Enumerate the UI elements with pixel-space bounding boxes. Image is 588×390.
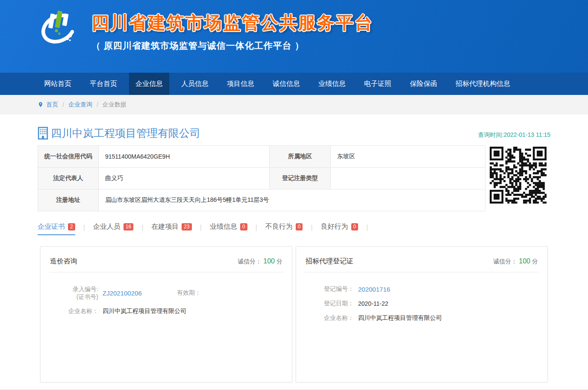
nav-item-bidding-agency-info[interactable]: 招标代理机构信息 (449, 73, 517, 95)
nav-item-personnel-info[interactable]: 人员信息 (175, 73, 215, 95)
site-title: 四川省建筑市场监管公共服务平台 (91, 11, 373, 35)
nav-item-enterprise-info[interactable]: 企业信息 (129, 73, 169, 95)
nav-item-site-home[interactable]: 网站首页 (38, 73, 78, 95)
tab-count-badge: 16 (123, 223, 133, 230)
credit-score-unit: 分 (532, 258, 538, 265)
record-number-label: 录入编号: (证书号) (49, 285, 98, 301)
record-number-link[interactable]: ZJ202100206 (103, 290, 167, 297)
credit-score-value[interactable]: 100 (263, 257, 275, 265)
certificate-cards: 造价咨询 诚信分：100分 录入编号: (证书号) ZJ202100206 有效… (38, 246, 550, 382)
tab-label: 业绩信息 (210, 222, 237, 231)
card-cost-consulting: 造价咨询 诚信分：100分 录入编号: (证书号) ZJ202100206 有效… (40, 246, 292, 382)
breadcrumb-company-search[interactable]: 企业查询 (68, 101, 92, 109)
tab-count-badge: 23 (182, 223, 191, 230)
site-logo-icon (38, 5, 82, 48)
company-name-label: 企业名称： (49, 307, 98, 315)
nav-item-e-certificate[interactable]: 电子证照 (358, 73, 398, 95)
credit-score-label: 诚信分： (493, 258, 517, 265)
label-region: 所属地区 (270, 146, 331, 168)
registration-date-label: 登记日期： (305, 300, 354, 307)
tab-separator: | (366, 224, 368, 234)
nav-item-credit-info[interactable]: 诚信信息 (266, 73, 306, 95)
tab-enterprise-personnel[interactable]: 企业人员 16 (93, 222, 133, 235)
nav-item-platform-home[interactable]: 平台首页 (83, 73, 123, 95)
breadcrumb-bar: 首页 / 企业查询 / 企业数据 (0, 95, 588, 114)
value-registered-address: 眉山市东坡区眉州大道东三段天天向上186号5幢1单元11层3号 (99, 189, 485, 211)
tab-count-badge: 0 (296, 223, 303, 230)
card-title: 造价咨询 (50, 257, 77, 266)
tab-separator: | (256, 224, 257, 234)
main-content: 四川中岚工程项目管理有限公司 查询时间:2022-01-13 11:15 统一社… (38, 126, 550, 382)
credit-score-unit: 分 (276, 258, 282, 265)
company-title-row: 四川中岚工程项目管理有限公司 (38, 126, 200, 140)
tab-separator: | (311, 224, 312, 234)
tab-separator: | (141, 224, 143, 234)
table-row: 统一社会信用代码 91511400MA6420GE9H 所属地区 东坡区 (38, 146, 485, 168)
company-name-value: 四川中岚工程项目管理有限公司 (103, 307, 186, 315)
site-subtitle: （ 原四川省建筑市场监管与诚信一体化工作平台 ） (91, 40, 373, 52)
tab-count-badge: 0 (240, 223, 247, 230)
label-registration-type: 登记注册类型 (270, 168, 331, 189)
registration-number-link[interactable]: 202001716 (358, 286, 390, 293)
tab-good-behavior[interactable]: 良好行为 0 (321, 222, 359, 235)
tab-label: 企业证书 (38, 222, 65, 231)
breadcrumb-separator: / (62, 101, 64, 108)
tab-separator: | (200, 224, 202, 234)
building-icon (38, 127, 49, 140)
company-name-value: 四川中岚工程项目管理有限公司 (358, 314, 442, 322)
tab-count-badge: 0 (351, 223, 359, 230)
nav-item-insurance-guarantee[interactable]: 保险保函 (403, 73, 444, 95)
tab-count-badge: 2 (68, 223, 75, 230)
value-credit-code: 91511400MA6420GE9H (99, 146, 270, 168)
card-bidding-agency-registration: 招标代理登记证 诚信分：100分 登记编号： 202001716 登记日期： 2… (296, 246, 548, 382)
value-legal-representative: 曲义巧 (99, 168, 270, 189)
credit-score: 诚信分：100分 (238, 257, 282, 266)
company-info-section: 统一社会信用代码 91511400MA6420GE9H 所属地区 东坡区 法定代… (38, 145, 550, 211)
label-registered-address: 注册地址 (38, 189, 99, 211)
breadcrumb-separator: / (97, 101, 98, 108)
company-info-table: 统一社会信用代码 91511400MA6420GE9H 所属地区 东坡区 法定代… (38, 145, 485, 211)
breadcrumb: 首页 / 企业查询 / 企业数据 (38, 95, 550, 114)
label-credit-code: 统一社会信用代码 (38, 146, 99, 168)
tab-label: 企业人员 (93, 222, 121, 231)
tab-label: 在建项目 (151, 222, 179, 231)
tab-bad-behavior[interactable]: 不良行为 0 (265, 222, 303, 235)
qr-code (490, 147, 547, 205)
label-legal-representative: 法定代表人 (38, 168, 99, 189)
nav-item-performance-info[interactable]: 业绩信息 (312, 73, 352, 95)
company-tabs: 企业证书 2 | 企业人员 16 | 在建项目 23 | 业绩信息 0 | 不良… (38, 222, 550, 235)
tab-projects-under-construction[interactable]: 在建项目 23 (151, 222, 191, 235)
company-name: 四川中岚工程项目管理有限公司 (51, 126, 200, 140)
tab-label: 不良行为 (265, 222, 293, 231)
tab-separator: | (83, 224, 85, 234)
registration-number-label: 登记编号： (305, 285, 354, 293)
site-header: 四川省建筑市场监管公共服务平台 （ 原四川省建筑市场监管与诚信一体化工作平台 ） (0, 0, 588, 73)
credit-score: 诚信分：100分 (493, 257, 538, 266)
value-registration-type (331, 168, 485, 189)
tab-performance-info[interactable]: 业绩信息 0 (210, 222, 247, 235)
tab-label: 良好行为 (321, 222, 348, 231)
card-title: 招标代理登记证 (306, 257, 353, 266)
breadcrumb-home[interactable]: 首页 (46, 101, 58, 109)
main-nav: 网站首页 平台首页 企业信息 人员信息 项目信息 诚信信息 业绩信息 电子证照 … (0, 73, 588, 95)
company-name-label: 企业名称： (305, 314, 354, 322)
table-row: 法定代表人 曲义巧 登记注册类型 (38, 168, 485, 189)
tab-enterprise-certificates[interactable]: 企业证书 2 (38, 222, 75, 235)
breadcrumb-current: 企业数据 (103, 101, 126, 109)
value-region: 东坡区 (331, 146, 485, 168)
credit-score-value[interactable]: 100 (519, 257, 530, 265)
validity-label: 有效期： (167, 289, 201, 297)
credit-score-label: 诚信分： (238, 258, 262, 265)
table-row: 注册地址 眉山市东坡区眉州大道东三段天天向上186号5幢1单元11层3号 (38, 189, 485, 211)
nav-item-project-info[interactable]: 项目信息 (220, 73, 261, 95)
query-time: 查询时间:2022-01-13 11:15 (478, 131, 550, 140)
location-pin-icon (38, 101, 44, 108)
registration-date-value: 2020-11-22 (358, 300, 388, 307)
